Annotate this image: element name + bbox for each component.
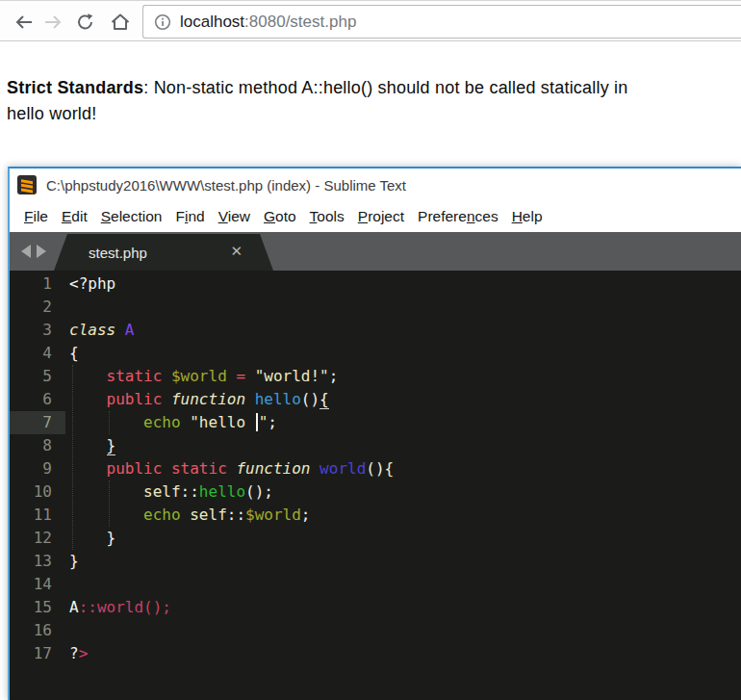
code-text: public static function world(){ — [65, 457, 394, 480]
code-token: public — [107, 459, 163, 478]
code-token: "world!" — [255, 367, 329, 385]
code-editor[interactable]: 1<?php23class A4{5 static $world = "worl… — [10, 271, 741, 700]
code-token — [69, 459, 107, 478]
code-token — [245, 367, 255, 385]
line-number: 15 — [10, 596, 65, 619]
code-token — [69, 506, 143, 524]
code-line-11[interactable]: 11 echo self::$world; — [10, 504, 741, 527]
line-number: 13 — [10, 550, 65, 573]
code-token — [69, 367, 107, 385]
code-token — [181, 506, 191, 524]
code-token: ? — [69, 644, 79, 662]
tab-stest-php[interactable]: stest.php ✕ — [54, 234, 273, 271]
page-info-icon[interactable] — [154, 13, 171, 31]
tab-scroll-right-icon[interactable] — [37, 245, 46, 258]
forward-arrow-icon[interactable] — [40, 10, 65, 35]
url-host: localhost — [180, 13, 244, 31]
menu-item-file[interactable]: File — [24, 208, 48, 225]
code-line-7[interactable]: 7 echo "hello "; — [10, 411, 741, 434]
menu-bar: FileEditSelectionFindViewGotoToolsProjec… — [10, 201, 741, 232]
line-number: 14 — [10, 573, 65, 596]
menu-item-find[interactable]: Find — [175, 208, 204, 225]
tab-close-icon[interactable]: ✕ — [230, 243, 243, 260]
code-token: static — [171, 459, 227, 478]
code-line-15[interactable]: 15A::world(); — [10, 596, 741, 619]
menu-item-edit[interactable]: Edit — [62, 208, 88, 225]
code-line-8[interactable]: 8 } — [10, 434, 741, 457]
tab-scroll-left-icon[interactable] — [21, 245, 31, 258]
code-token: { — [69, 344, 79, 362]
code-text: echo "hello "; — [65, 411, 277, 434]
code-token — [162, 459, 171, 478]
url-text[interactable]: localhost:8080/stest.php — [180, 13, 356, 32]
line-number: 6 — [10, 388, 65, 411]
code-token: } — [107, 436, 116, 455]
code-token — [69, 413, 143, 431]
code-text: echo self::$world; — [65, 504, 310, 527]
line-number: 12 — [10, 527, 65, 550]
code-token: class — [69, 321, 115, 339]
browser-page-content: Strict Standards: Non-static method A::h… — [0, 43, 741, 167]
code-text — [65, 573, 69, 596]
menu-item-tools[interactable]: Tools — [310, 208, 345, 225]
error-level-label: Strict Standards — [7, 78, 143, 97]
browser-toolbar: localhost:8080/stest.php — [0, 0, 741, 41]
code-line-9[interactable]: 9 public static function world(){ — [10, 457, 741, 480]
tab-label: stest.php — [89, 245, 147, 261]
code-token — [115, 321, 125, 339]
code-line-16[interactable]: 16 — [10, 619, 741, 642]
code-line-2[interactable]: 2 — [10, 296, 741, 319]
code-token: self — [143, 482, 181, 501]
indent-guide — [109, 480, 110, 527]
code-line-12[interactable]: 12 } — [10, 527, 741, 550]
menu-item-view[interactable]: View — [218, 208, 250, 225]
code-token: { — [319, 390, 329, 409]
menu-item-selection[interactable]: Selection — [101, 208, 163, 225]
code-token — [162, 390, 171, 408]
menu-item-goto[interactable]: Goto — [264, 208, 296, 225]
code-text: public function hello(){ — [65, 388, 329, 411]
code-token: $world — [245, 506, 301, 524]
url-path: :8080/stest.php — [244, 13, 356, 31]
line-number: 3 — [10, 319, 65, 342]
code-line-4[interactable]: 4{ — [10, 342, 741, 365]
code-line-17[interactable]: 17?> — [10, 642, 741, 665]
code-text: } — [65, 550, 79, 573]
window-title-bar[interactable]: C:\phpstudy2016\WWW\stest.php (index) - … — [10, 169, 741, 201]
back-arrow-icon[interactable] — [12, 10, 37, 35]
line-number: 9 — [10, 457, 65, 480]
code-line-1[interactable]: 1<?php — [10, 272, 741, 296]
code-token: self — [190, 506, 227, 524]
line-number: 10 — [10, 480, 65, 504]
code-token: function — [171, 390, 245, 408]
code-token — [245, 390, 255, 408]
line-number: 11 — [10, 504, 65, 527]
code-token: public — [107, 390, 163, 408]
line-number: 17 — [10, 642, 65, 665]
code-line-3[interactable]: 3class A — [10, 319, 741, 342]
code-line-13[interactable]: 13} — [10, 550, 741, 573]
menu-item-preferences[interactable]: Preferences — [418, 208, 498, 225]
menu-item-project[interactable]: Project — [358, 208, 404, 225]
code-token: ::world(); — [79, 598, 171, 616]
code-token: echo — [143, 506, 181, 524]
address-bar[interactable]: localhost:8080/stest.php — [142, 5, 741, 39]
code-line-5[interactable]: 5 static $world = "world!"; — [10, 365, 741, 388]
menu-item-help[interactable]: Help — [512, 208, 543, 225]
code-token — [69, 436, 107, 454]
tab-bar: stest.php ✕ — [10, 232, 741, 271]
code-text — [65, 619, 69, 642]
code-token: hello — [199, 482, 245, 501]
code-line-10[interactable]: 10 self::hello(); — [10, 480, 741, 504]
code-line-14[interactable]: 14 — [10, 573, 741, 596]
code-token: () — [366, 459, 384, 478]
code-token: = — [236, 367, 245, 385]
reload-icon[interactable] — [73, 10, 98, 35]
code-token — [69, 529, 107, 547]
code-line-6[interactable]: 6 public function hello(){ — [10, 388, 741, 411]
home-icon[interactable] — [108, 10, 133, 35]
code-token — [162, 367, 171, 385]
code-token: ; — [329, 367, 339, 385]
code-token: <?php — [69, 274, 115, 293]
code-token: () — [245, 482, 264, 501]
